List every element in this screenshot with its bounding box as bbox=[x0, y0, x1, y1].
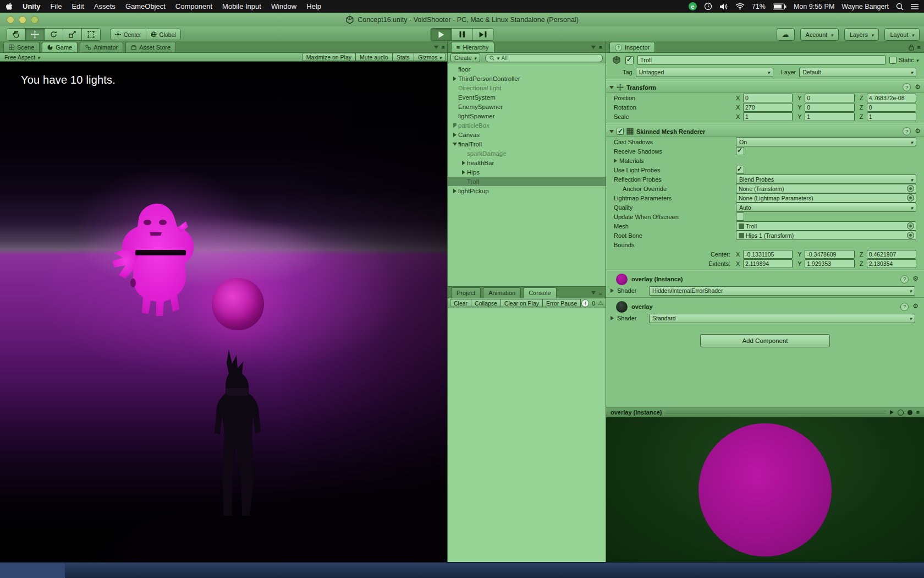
static-checkbox[interactable] bbox=[889, 57, 897, 64]
panel-menu-icon[interactable]: ≡ bbox=[599, 44, 602, 51]
panel-menu-icon[interactable]: ≡ bbox=[917, 44, 921, 51]
menu-gameobject[interactable]: GameObject bbox=[120, 0, 170, 13]
close-button[interactable] bbox=[7, 16, 14, 24]
error-pause-button[interactable]: Error Pause bbox=[542, 299, 581, 307]
hierarchy-item-particlebox[interactable]: particleBox bbox=[448, 121, 606, 130]
help-icon[interactable] bbox=[903, 127, 911, 135]
game-viewport[interactable]: You have 10 lights. bbox=[0, 62, 447, 562]
menu-assets[interactable]: Assets bbox=[89, 0, 120, 13]
hierarchy-item-finaltroll[interactable]: finalTroll bbox=[448, 139, 606, 149]
gear-icon[interactable] bbox=[915, 128, 921, 135]
tab-hierarchy[interactable]: ≡ Hierarchy bbox=[451, 42, 494, 52]
layer-dropdown[interactable]: Default bbox=[799, 68, 916, 77]
foldout-arrow[interactable] bbox=[453, 189, 457, 193]
preview-drag-handle[interactable] bbox=[666, 411, 886, 414]
foldout-arrow[interactable] bbox=[453, 123, 457, 128]
hierarchy-item-troll[interactable]: Troll bbox=[448, 177, 606, 186]
apple-menu[interactable] bbox=[0, 0, 18, 13]
reflection-probes-dropdown[interactable]: Blend Probes bbox=[736, 175, 916, 184]
gear-icon[interactable] bbox=[912, 275, 919, 283]
foldout-arrow[interactable] bbox=[453, 77, 457, 81]
hierarchy-item-floor[interactable]: floor bbox=[448, 64, 606, 74]
foldout-arrow[interactable] bbox=[462, 170, 465, 175]
hierarchy-item-healthbar[interactable]: healthBar bbox=[448, 158, 606, 167]
play-button[interactable] bbox=[431, 29, 452, 40]
pause-button[interactable] bbox=[452, 29, 473, 40]
bounds-extents-y-field[interactable]: 1.929353 bbox=[805, 259, 854, 268]
object-picker-icon[interactable] bbox=[907, 232, 914, 239]
scale-z-field[interactable]: 1 bbox=[867, 112, 916, 121]
tab-console[interactable]: Console bbox=[523, 287, 556, 298]
help-icon[interactable] bbox=[900, 275, 909, 283]
foldout-arrow[interactable] bbox=[609, 130, 614, 133]
preview-header[interactable]: overlay (Instance) ≡ bbox=[606, 407, 924, 417]
menu-file[interactable]: File bbox=[46, 0, 67, 13]
panel-dropdown-icon[interactable] bbox=[591, 46, 596, 49]
preview-menu-icon[interactable]: ≡ bbox=[916, 409, 920, 416]
menu-mobile-input[interactable]: Mobile Input bbox=[217, 0, 266, 13]
object-picker-icon[interactable] bbox=[907, 185, 914, 192]
gizmos-dropdown[interactable]: Gizmos bbox=[414, 53, 446, 61]
panel-menu-icon[interactable]: ≡ bbox=[442, 44, 445, 51]
preview-sphere-icon[interactable] bbox=[898, 410, 904, 416]
wifi-icon[interactable] bbox=[735, 3, 745, 10]
e-status-icon[interactable] bbox=[689, 2, 697, 10]
active-checkbox[interactable] bbox=[625, 56, 634, 64]
hierarchy-item-eventsystem[interactable]: EventSystem bbox=[448, 92, 606, 102]
add-component-button[interactable]: Add Component bbox=[700, 334, 830, 347]
hierarchy-item-thirdpersoncontroller[interactable]: ThirdPersonController bbox=[448, 74, 606, 83]
component-enabled-checkbox[interactable] bbox=[617, 128, 624, 135]
lightmap-parameters-field[interactable]: None (Lightmap Parameters) bbox=[736, 193, 916, 203]
collapse-button[interactable]: Collapse bbox=[471, 299, 501, 307]
foldout-arrow[interactable] bbox=[614, 159, 617, 163]
gear-icon[interactable] bbox=[912, 303, 919, 311]
scale-tool-button[interactable] bbox=[63, 29, 82, 40]
scale-x-field[interactable]: 1 bbox=[743, 112, 793, 121]
stats-button[interactable]: Stats bbox=[392, 53, 414, 61]
bounds-extents-z-field[interactable]: 2.130354 bbox=[867, 259, 916, 268]
clear-on-play-button[interactable]: Clear on Play bbox=[501, 299, 543, 307]
static-dropdown-arrow[interactable] bbox=[916, 57, 919, 63]
menu-help[interactable]: Help bbox=[301, 0, 326, 13]
scale-y-field[interactable]: 1 bbox=[805, 112, 854, 121]
bounds-center-z-field[interactable]: 0.4621907 bbox=[867, 250, 916, 259]
spotlight-search-icon[interactable] bbox=[896, 3, 904, 10]
minimize-button[interactable] bbox=[19, 16, 26, 24]
pivot-center-toggle[interactable]: Center bbox=[111, 29, 146, 40]
hierarchy-item-enemyspawner[interactable]: EnemySpawner bbox=[448, 102, 606, 111]
rotate-tool-button[interactable] bbox=[45, 29, 63, 40]
clear-button[interactable]: Clear bbox=[450, 299, 471, 307]
bounds-center-y-field[interactable]: -0.3478609 bbox=[805, 250, 854, 259]
hierarchy-item-sparkdamage[interactable]: sparkDamage bbox=[448, 149, 606, 158]
tab-asset-store[interactable]: Asset Store bbox=[125, 42, 176, 52]
macos-dock-strip[interactable] bbox=[0, 562, 924, 578]
layout-dropdown[interactable]: Layout bbox=[884, 28, 920, 41]
position-y-field[interactable]: 0 bbox=[805, 94, 854, 102]
material-header-overlay[interactable]: overlay bbox=[606, 300, 924, 313]
hierarchy-item-canvas[interactable]: Canvas bbox=[448, 130, 606, 139]
hierarchy-search-input[interactable]: All bbox=[485, 54, 603, 62]
transform-header[interactable]: Transform bbox=[606, 81, 924, 93]
root-bone-field[interactable]: Hips 1 (Transform) bbox=[736, 231, 916, 240]
foldout-arrow[interactable] bbox=[453, 143, 457, 146]
lock-icon[interactable] bbox=[909, 44, 914, 51]
layers-dropdown[interactable]: Layers bbox=[844, 28, 879, 41]
cast-shadows-dropdown[interactable]: On bbox=[736, 137, 916, 146]
material-header-overlay-instance[interactable]: overlay (Instance) bbox=[606, 272, 924, 286]
foldout-arrow[interactable] bbox=[610, 288, 614, 293]
rotation-y-field[interactable]: 0 bbox=[805, 103, 854, 112]
position-z-field[interactable]: 4.768372e-08 bbox=[867, 94, 916, 102]
tab-project[interactable]: Project bbox=[451, 287, 481, 298]
rotation-x-field[interactable]: 270 bbox=[743, 103, 793, 112]
object-picker-icon[interactable] bbox=[907, 222, 914, 230]
hand-tool-button[interactable] bbox=[7, 29, 26, 40]
time-machine-icon[interactable] bbox=[704, 2, 712, 10]
zoom-button[interactable] bbox=[31, 16, 38, 24]
help-icon[interactable] bbox=[903, 83, 911, 91]
help-icon[interactable] bbox=[900, 303, 909, 311]
search-filter-arrow-icon[interactable] bbox=[497, 55, 499, 61]
warning-toggle-icon[interactable] bbox=[598, 300, 603, 306]
menu-clock[interactable]: Mon 9:55 PM bbox=[794, 3, 834, 10]
global-toggle[interactable]: Global bbox=[146, 29, 180, 40]
aspect-dropdown[interactable]: Free Aspect bbox=[0, 54, 45, 61]
